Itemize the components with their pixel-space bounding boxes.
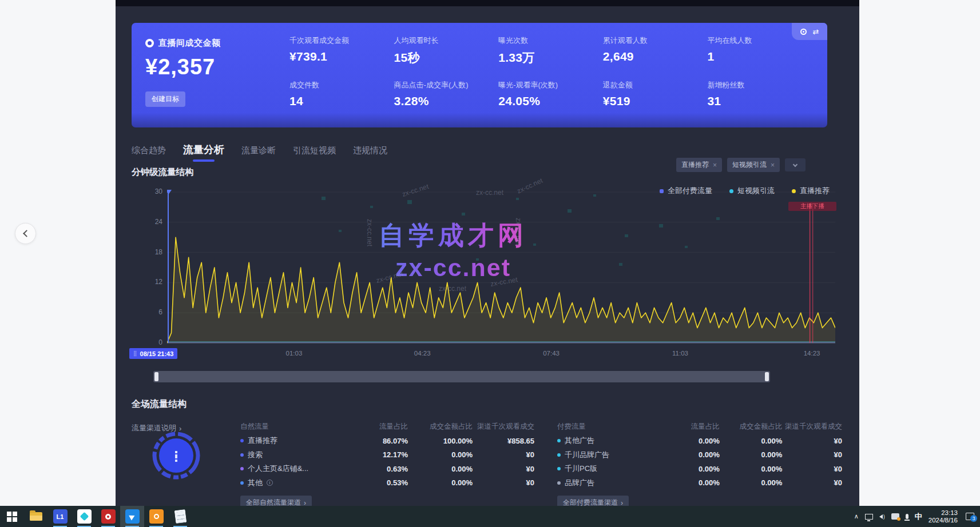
tab-违规情况[interactable]: 违规情况 bbox=[353, 145, 387, 156]
tab-引流短视频[interactable]: 引流短视频 bbox=[293, 145, 336, 156]
metric-value: 1.33万 bbox=[498, 50, 598, 66]
tab-bar: 综合趋势流量分析流量诊断引流短视频违规情况 bbox=[132, 143, 387, 157]
filter-dropdown[interactable] bbox=[785, 158, 806, 171]
row-value: 0.00% bbox=[408, 478, 473, 487]
taskbar-app-notepad[interactable] bbox=[168, 506, 192, 527]
row-value: 0.63% bbox=[349, 465, 408, 473]
taskbar-app-browser-red[interactable] bbox=[96, 506, 120, 527]
info-icon[interactable]: i bbox=[267, 480, 273, 486]
row-value: 0.00% bbox=[720, 450, 783, 459]
timeline-range-slider[interactable] bbox=[153, 371, 770, 382]
gmv-value: ¥2,357 bbox=[145, 55, 215, 79]
table-footer-link[interactable]: 全部付费流量渠道› bbox=[557, 496, 629, 506]
ime-indicator[interactable]: 中 bbox=[915, 512, 922, 522]
metric-value: ¥739.1 bbox=[289, 50, 390, 63]
channel-dot bbox=[557, 481, 561, 485]
y-tick-label: 18 bbox=[143, 248, 162, 256]
row-channel-name: 其他广告 bbox=[557, 436, 662, 446]
row-channel-name: 千川品牌广告 bbox=[557, 450, 662, 460]
column-header: 成交金额占比 bbox=[720, 422, 783, 432]
footer-label: 全部付费流量渠道 bbox=[563, 498, 618, 506]
metrics-grid: 千次观看成交金额¥739.1人均观看时长15秒曝光次数1.33万累计观看人数2,… bbox=[289, 35, 807, 108]
target-icon bbox=[145, 39, 154, 47]
metric-cell: 累计观看人数2,649 bbox=[603, 35, 703, 66]
snip-tool-icon[interactable] bbox=[891, 513, 899, 520]
taskbar-app-l1[interactable]: L1 bbox=[48, 506, 72, 527]
l1-app-icon: L1 bbox=[53, 509, 68, 524]
filter-tag[interactable]: 直播推荐× bbox=[676, 158, 722, 172]
settings-gear-icon[interactable] bbox=[800, 29, 807, 35]
row-value: ¥0 bbox=[473, 478, 534, 487]
row-value: 0.00% bbox=[662, 450, 720, 459]
natural-traffic-table: 自然流量流量占比成交金额占比渠道千次观看成交直播推荐86.07%100.00%¥… bbox=[240, 419, 534, 506]
banner-corner-actions: ⇄ bbox=[792, 23, 827, 40]
channel-dot bbox=[557, 467, 561, 470]
column-header: 流量占比 bbox=[662, 422, 720, 432]
row-value: ¥0 bbox=[782, 465, 842, 473]
back-arrow-button[interactable] bbox=[15, 223, 36, 244]
table-footer-link[interactable]: 全部自然流量渠道› bbox=[240, 496, 312, 506]
banner-title-row: 直播间成交金额 bbox=[145, 38, 221, 49]
taskbar-file-explorer[interactable] bbox=[24, 506, 48, 527]
microphone-icon[interactable] bbox=[906, 514, 908, 519]
tray-expand-icon[interactable]: ∧ bbox=[854, 513, 859, 520]
row-channel-name: 品牌广告 bbox=[557, 478, 662, 488]
channel-dot bbox=[240, 481, 244, 485]
filter-tag-label: 直播推荐 bbox=[681, 160, 709, 170]
column-header: 渠道千次观看成交 bbox=[473, 422, 534, 432]
remove-tag-icon[interactable]: × bbox=[771, 161, 775, 169]
metric-cell: 成交件数14 bbox=[289, 80, 390, 108]
tab-流量诊断[interactable]: 流量诊断 bbox=[241, 145, 276, 156]
metric-value: 1 bbox=[707, 50, 807, 63]
column-header: 付费流量 bbox=[557, 422, 662, 432]
channel-dot bbox=[240, 453, 244, 457]
taskbar-clock[interactable]: 23:13 2024/8/16 bbox=[929, 509, 958, 524]
row-value: 0.53% bbox=[349, 478, 408, 487]
red-browser-icon bbox=[101, 509, 116, 524]
traffic-donut-chart[interactable] bbox=[151, 430, 201, 481]
create-goal-button[interactable]: 创建目标 bbox=[145, 91, 185, 107]
column-header: 渠道千次观看成交 bbox=[782, 422, 842, 432]
drag-grip-icon: ⣿ bbox=[133, 351, 137, 356]
slider-right-handle[interactable] bbox=[765, 372, 769, 381]
x-tick-label: 07:43 bbox=[534, 350, 569, 357]
taskbar-app-live-companion[interactable] bbox=[120, 506, 144, 527]
channel-dot bbox=[240, 467, 244, 470]
swap-icon[interactable]: ⇄ bbox=[813, 28, 819, 35]
timeline-start-badge[interactable]: ⣿ 08/15 21:43 bbox=[129, 348, 177, 359]
table-header: 自然流量流量占比成交金额占比渠道千次观看成交 bbox=[240, 419, 534, 434]
taskbar-app-meeting[interactable] bbox=[72, 506, 96, 527]
metric-label: 成交件数 bbox=[289, 80, 390, 90]
start-button[interactable] bbox=[0, 506, 24, 527]
channel-dot bbox=[557, 439, 561, 442]
notification-center-icon[interactable]: 3 bbox=[966, 513, 974, 520]
tab-流量分析[interactable]: 流量分析 bbox=[183, 143, 224, 157]
row-channel-name: 搜索 bbox=[240, 450, 349, 460]
row-value: ¥0 bbox=[782, 437, 842, 445]
clock-date: 2024/8/16 bbox=[929, 517, 958, 524]
taskbar-app-orange[interactable] bbox=[144, 506, 168, 527]
row-value: ¥0 bbox=[782, 478, 842, 487]
y-tick-label: 6 bbox=[143, 308, 162, 316]
windows-logo-icon bbox=[7, 512, 17, 522]
volume-icon[interactable]: ) bbox=[879, 514, 885, 520]
metric-value: 31 bbox=[707, 94, 807, 108]
meeting-app-icon bbox=[77, 509, 92, 524]
tab-综合趋势[interactable]: 综合趋势 bbox=[132, 145, 166, 156]
row-value: 12.17% bbox=[349, 450, 408, 459]
metric-cell: 曝光-观看率(次数)24.05% bbox=[498, 80, 598, 108]
orange-app-icon bbox=[149, 509, 164, 524]
filter-tags: 直播推荐×短视频引流× bbox=[676, 158, 806, 172]
stream-end-label: 主播下播 bbox=[800, 202, 824, 210]
channel-label: 个人主页&店铺&... bbox=[248, 464, 308, 474]
network-icon[interactable] bbox=[865, 514, 873, 520]
window-top-edge bbox=[116, 0, 859, 6]
filter-tag[interactable]: 短视频引流× bbox=[727, 158, 780, 172]
remove-tag-icon[interactable]: × bbox=[713, 161, 717, 169]
paid-traffic-table: 付费流量流量占比成交金额占比渠道千次观看成交其他广告0.00%0.00%¥0千川… bbox=[557, 419, 842, 506]
x-tick-label: 14:23 bbox=[795, 350, 829, 357]
slider-left-handle[interactable] bbox=[154, 372, 158, 381]
metric-cell: 人均观看时长15秒 bbox=[394, 35, 494, 66]
table-row: 千川品牌广告0.00%0.00%¥0 bbox=[557, 448, 842, 462]
traffic-line-chart[interactable] bbox=[167, 189, 835, 344]
